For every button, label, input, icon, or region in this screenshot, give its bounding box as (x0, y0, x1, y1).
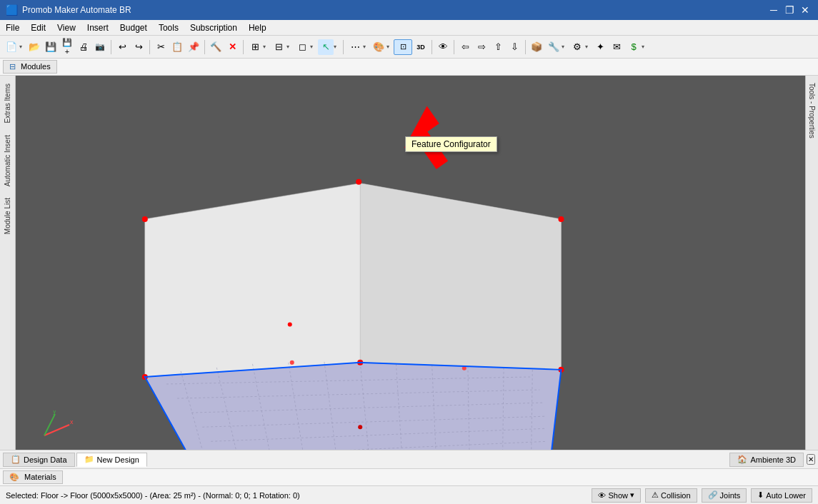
menu-item-subscription[interactable]: Subscription (184, 21, 243, 34)
menu-item-insert[interactable]: Insert (81, 21, 114, 34)
show-button[interactable]: 👁 Show ▾ (592, 488, 641, 503)
design-data-tab[interactable]: 📋 Design Data (3, 453, 75, 467)
redo-button[interactable]: ↪ (131, 39, 146, 55)
menu-item-budget[interactable]: Budget (114, 21, 153, 34)
undo-button[interactable]: ↩ (114, 39, 130, 55)
clipboard-group: ✂ 📋 📌 (153, 39, 201, 55)
shape-dropdown-arrow[interactable]: ▾ (310, 44, 316, 50)
show-dropdown-arrow[interactable]: ▾ (630, 490, 634, 500)
points-button[interactable]: ⋯ (347, 39, 363, 55)
menu-item-help[interactable]: Help (243, 21, 272, 34)
grid-dropdown-arrow[interactable]: ▾ (286, 44, 292, 50)
menu-item-tools[interactable]: Tools (153, 21, 184, 34)
svg-marker-3 (145, 363, 562, 450)
viewport[interactable]: Feature Configurator x y (16, 76, 805, 450)
collision-label: Collision (661, 491, 691, 500)
select-dropdown-arrow[interactable]: ▾ (334, 44, 339, 50)
color-button[interactable]: 🎨 (371, 39, 386, 55)
menu-item-file[interactable]: File (0, 21, 25, 34)
param-dropdown[interactable]: ⚙ ▾ (569, 39, 592, 55)
svg-point-32 (290, 361, 294, 365)
menu-item-view[interactable]: View (51, 21, 81, 34)
param-button[interactable]: ⚙ (569, 39, 585, 55)
camera-button[interactable]: 📷 (92, 39, 108, 55)
shape-dropdown[interactable]: ◻ ▾ (294, 39, 316, 55)
nav1-button[interactable]: ⇦ (457, 39, 473, 55)
extra-dropdown[interactable]: 🔧 ▾ (545, 39, 568, 55)
param-dropdown-arrow[interactable]: ▾ (585, 44, 591, 50)
select-dropdown[interactable]: ↖ ▾ (317, 39, 340, 55)
cut-button[interactable]: ✂ (153, 39, 169, 55)
nav3-button[interactable]: ⇧ (490, 39, 506, 55)
open-button[interactable]: 📂 (26, 39, 42, 55)
feature-configurator-tooltip: Feature Configurator (405, 136, 497, 152)
restore-button[interactable]: ❐ (782, 3, 797, 17)
hammer-button[interactable]: 🔨 (208, 39, 224, 55)
dollar-button[interactable]: $ (626, 39, 642, 55)
feature-configurator-button[interactable]: ⊡ (394, 39, 412, 55)
align-dropdown-arrow[interactable]: ▾ (263, 44, 269, 50)
show-label: Show (608, 491, 628, 500)
right-sidebar-tab-properties[interactable]: Tools - Properties (807, 79, 817, 143)
auto-lower-button[interactable]: ⬇ Auto Lower (751, 488, 812, 503)
save2-button[interactable]: 💾+ (59, 39, 75, 55)
toolbar: 📄 ▾ 📂 💾 💾+ 🖨 📷 ↩ ↪ ✂ 📋 📌 🔨 ✕ ⊞ ▾ ⊟ ▾ (0, 36, 818, 59)
box-button[interactable]: 📦 (529, 39, 544, 55)
joints-label: Joints (720, 491, 741, 500)
nav2-button[interactable]: ⇨ (474, 39, 489, 55)
color-dropdown-arrow[interactable]: ▾ (386, 44, 392, 50)
align-dropdown[interactable]: ⊞ ▾ (246, 39, 269, 55)
paste-button[interactable]: 📌 (186, 39, 201, 55)
shape-button[interactable]: ◻ (294, 39, 310, 55)
svg-point-35 (358, 425, 362, 429)
menu-item-edit[interactable]: Edit (25, 21, 51, 34)
delete-button[interactable]: ✕ (224, 39, 240, 55)
svg-line-38 (44, 425, 69, 435)
materials-tab[interactable]: 🎨 Materials (3, 470, 63, 484)
sep7 (454, 40, 454, 54)
grid-dropdown[interactable]: ⊟ ▾ (270, 39, 293, 55)
titlebar-controls: ─ ❐ ✕ (767, 3, 812, 17)
ambiente-3d-tab[interactable]: 🏠 Ambiente 3D (729, 453, 804, 467)
app-icon: 🟦 (6, 4, 18, 16)
view-dropdown[interactable]: ⋯ ▾ (346, 39, 369, 55)
sidebar-tab-modulelist[interactable]: Module List (1, 193, 14, 239)
align-button[interactable]: ⊞ (247, 39, 263, 55)
dollar-dropdown[interactable]: $ ▾ (625, 39, 648, 55)
axes-indicator: x y (37, 410, 76, 443)
sidebar-tab-autoinsert[interactable]: Automatic Insert (1, 130, 14, 191)
minimize-button[interactable]: ─ (767, 3, 781, 17)
star-button[interactable]: ✦ (592, 39, 608, 55)
nav4-button[interactable]: ⇩ (507, 39, 522, 55)
new-dropdown[interactable]: 📄 ▾ (3, 39, 26, 55)
select-button[interactable]: ↖ (318, 39, 334, 55)
edit-toolbar-group: ↩ ↪ (114, 39, 146, 55)
color-dropdown[interactable]: 🎨 ▾ (370, 39, 393, 55)
sidebar-tab-extras[interactable]: Extras Items (1, 79, 14, 128)
svg-point-30 (558, 216, 564, 222)
sep3 (204, 40, 205, 54)
eye-button[interactable]: 👁 (435, 39, 451, 55)
close-button[interactable]: ✕ (798, 3, 812, 17)
extra-dropdown-arrow[interactable]: ▾ (562, 44, 567, 50)
modules-tab[interactable]: ⊟ Modules (3, 60, 57, 74)
new-design-tab[interactable]: 📁 New Design (76, 453, 147, 467)
save-button[interactable]: 💾 (43, 39, 59, 55)
grid-button[interactable]: ⊟ (271, 39, 286, 55)
collision-button[interactable]: ⚠ Collision (645, 488, 697, 503)
modules-tab-icon: ⊟ (9, 62, 16, 71)
new-button[interactable]: 📄 (4, 39, 19, 55)
materials-bar: 🎨 Materials (0, 468, 818, 485)
copy-button[interactable]: 📋 (169, 39, 185, 55)
new-dropdown-arrow[interactable]: ▾ (19, 44, 25, 50)
design-data-tab-label: Design Data (24, 455, 67, 464)
extra-button[interactable]: 🔧 (546, 39, 562, 55)
joints-button[interactable]: 🔗 Joints (702, 488, 747, 503)
print-button[interactable]: 🖨 (76, 39, 91, 55)
mail-button[interactable]: ✉ (609, 39, 624, 55)
3d-button[interactable]: 3D (413, 39, 429, 55)
tab-close-button[interactable]: ✕ (807, 454, 815, 465)
dollar-dropdown-arrow[interactable]: ▾ (642, 44, 647, 50)
view-dropdown-arrow[interactable]: ▾ (363, 44, 369, 50)
main-area: Extras Items Automatic Insert Module Lis… (0, 76, 818, 450)
